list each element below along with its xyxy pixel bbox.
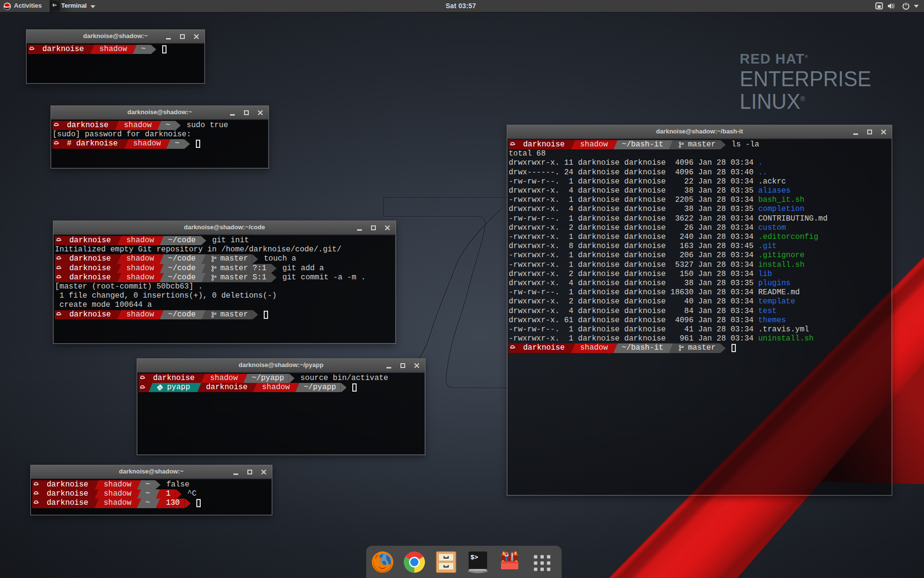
svg-text:$>: $> [52,3,56,7]
svg-text:$>: $> [471,554,478,561]
